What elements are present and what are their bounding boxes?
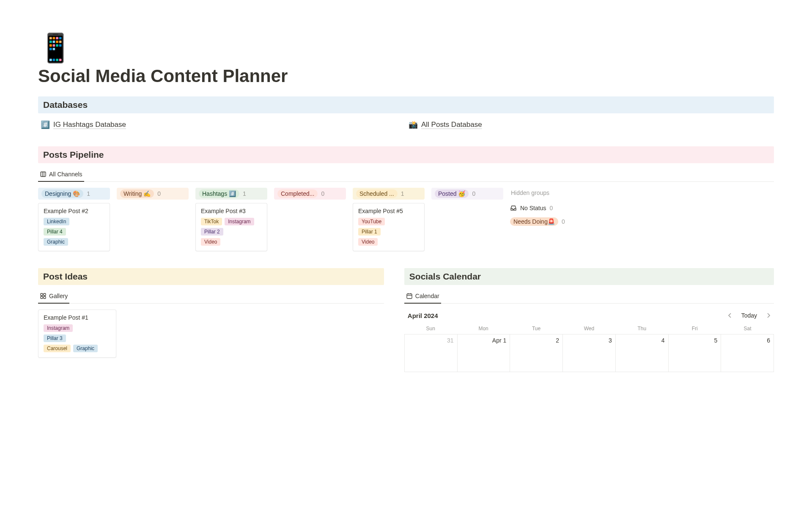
tag-row: Pillar 3 xyxy=(44,334,111,342)
calendar-today-button[interactable]: Today xyxy=(739,311,760,320)
calendar-cell[interactable]: 5 xyxy=(669,334,721,372)
board-column-count: 0 xyxy=(157,190,161,197)
board-column: Writing ✍️0 xyxy=(117,188,189,203)
board-column: Completed...0 xyxy=(274,188,346,203)
tag: Video xyxy=(358,238,378,246)
page-icon[interactable]: 📱 xyxy=(38,34,774,62)
tag-row: CarouselGraphic xyxy=(44,345,111,352)
tag: TikTok xyxy=(201,218,222,225)
calendar-month-label: April 2024 xyxy=(408,312,438,319)
tab-label: Calendar xyxy=(415,293,439,299)
calendar-icon xyxy=(406,293,413,299)
db-link-posts[interactable]: 📸 All Posts Database xyxy=(406,118,774,131)
tag-row: Pillar 1 xyxy=(358,228,419,236)
board-column-count: 0 xyxy=(472,190,475,197)
tag-row: TikTokInstagram xyxy=(201,218,262,225)
card-title: Example Post #5 xyxy=(358,208,419,214)
tag: Pillar 3 xyxy=(44,334,66,342)
db-link-label: IG Hashtags Database xyxy=(53,121,126,129)
tag-row: Video xyxy=(201,238,262,246)
calendar-dow: Fri xyxy=(668,323,721,334)
calendar-date-label: 3 xyxy=(609,337,612,344)
ideas-tabs: Gallery xyxy=(38,290,384,304)
board-column-label: Posted 🥳 xyxy=(435,189,469,198)
board-column-header[interactable]: Posted 🥳0 xyxy=(431,188,503,200)
calendar-cell[interactable]: Apr 1 xyxy=(458,334,510,372)
card[interactable]: Example Post #1InstagramPillar 3Carousel… xyxy=(38,310,116,358)
board-column-count: 1 xyxy=(401,190,404,197)
hidden-group-row[interactable]: Needs Doing🚨0 xyxy=(510,216,569,227)
page-title: Social Media Content Planner xyxy=(38,66,774,86)
hidden-group-label: No Status xyxy=(520,205,546,211)
card[interactable]: Example Post #2LinkedInPillar 4Graphic xyxy=(38,203,110,251)
pipeline-tabs: All Channels xyxy=(38,168,774,182)
tag-row: LinkedIn xyxy=(44,218,104,225)
card[interactable]: Example Post #5YouTubePillar 1Video xyxy=(353,203,425,251)
tab-label: All Channels xyxy=(49,171,82,178)
svg-rect-3 xyxy=(41,293,43,296)
pipeline-board: Designing 🎨1Example Post #2LinkedInPilla… xyxy=(38,188,774,251)
board-column: Posted 🥳0 xyxy=(431,188,503,203)
section-header-pipeline: Posts Pipeline xyxy=(38,146,774,163)
hidden-group-count: 0 xyxy=(549,205,553,211)
tab-all-channels[interactable]: All Channels xyxy=(38,168,84,182)
calendar-grid: 31Apr 123456 xyxy=(404,334,774,372)
db-link-label: All Posts Database xyxy=(421,121,482,129)
tag: Instagram xyxy=(44,324,73,332)
section-header-calendar: Socials Calendar xyxy=(404,268,774,285)
section-header-databases: Databases xyxy=(38,96,774,113)
tag-row: Pillar 2 xyxy=(201,228,262,236)
section-header-ideas: Post Ideas xyxy=(38,268,384,285)
tag-row: Instagram xyxy=(44,324,111,332)
hidden-group-row[interactable]: No Status0 xyxy=(510,203,569,213)
calendar-dow: Wed xyxy=(562,323,615,334)
ideas-gallery: Example Post #1InstagramPillar 3Carousel… xyxy=(38,310,384,358)
board-column-header[interactable]: Completed...0 xyxy=(274,188,346,200)
tag: Graphic xyxy=(73,345,98,352)
board-column: Scheduled ...1Example Post #5YouTubePill… xyxy=(353,188,425,251)
board-column-label: Scheduled ... xyxy=(356,189,398,198)
tag: LinkedIn xyxy=(44,218,69,225)
calendar-dow-row: SunMonTueWedThuFriSat xyxy=(404,323,774,334)
tag: Video xyxy=(201,238,220,246)
board-column-label: Designing 🎨 xyxy=(41,189,83,198)
board-column-label: Writing ✍️ xyxy=(120,189,154,198)
hash-icon: #️⃣ xyxy=(41,120,50,129)
board-column-header[interactable]: Hashtags #️⃣1 xyxy=(195,188,267,200)
databases-row: #️⃣ IG Hashtags Database 📸 All Posts Dat… xyxy=(38,118,774,131)
calendar-dow: Thu xyxy=(615,323,668,334)
db-link-hashtags[interactable]: #️⃣ IG Hashtags Database xyxy=(38,118,406,131)
tab-calendar[interactable]: Calendar xyxy=(404,290,441,304)
calendar-next-button[interactable] xyxy=(763,312,774,319)
tab-gallery[interactable]: Gallery xyxy=(38,290,69,304)
svg-rect-4 xyxy=(44,293,46,296)
svg-rect-7 xyxy=(407,294,412,299)
hidden-group-count: 0 xyxy=(562,218,565,225)
calendar-cell[interactable]: 31 xyxy=(405,334,458,372)
tag-row: YouTube xyxy=(358,218,419,225)
calendar-date-label: 5 xyxy=(714,337,717,344)
calendar-cell[interactable]: 3 xyxy=(563,334,616,372)
tag-row: Graphic xyxy=(44,238,104,246)
calendar-tabs: Calendar xyxy=(404,290,774,304)
calendar-date-label: 2 xyxy=(556,337,559,344)
tag: Pillar 2 xyxy=(201,228,223,236)
calendar-prev-button[interactable] xyxy=(724,312,735,319)
camera-icon: 📸 xyxy=(409,120,418,129)
tab-label: Gallery xyxy=(49,293,68,299)
calendar-toolbar: April 2024 Today xyxy=(404,310,774,323)
board-column-header[interactable]: Writing ✍️0 xyxy=(117,188,189,200)
board-icon xyxy=(40,171,47,178)
card[interactable]: Example Post #3TikTokInstagramPillar 2Vi… xyxy=(195,203,267,251)
board-column-count: 0 xyxy=(321,190,324,197)
calendar-cell[interactable]: 2 xyxy=(510,334,563,372)
board-column: Hashtags #️⃣1Example Post #3TikTokInstag… xyxy=(195,188,267,251)
calendar-dow: Tue xyxy=(510,323,563,334)
board-column-header[interactable]: Designing 🎨1 xyxy=(38,188,110,200)
calendar-cell[interactable]: 4 xyxy=(616,334,669,372)
calendar-cell[interactable]: 6 xyxy=(721,334,774,372)
tag: YouTube xyxy=(358,218,385,225)
tag: Pillar 4 xyxy=(44,228,66,236)
board-column-label: Completed... xyxy=(277,189,318,198)
board-column-header[interactable]: Scheduled ...1 xyxy=(353,188,425,200)
